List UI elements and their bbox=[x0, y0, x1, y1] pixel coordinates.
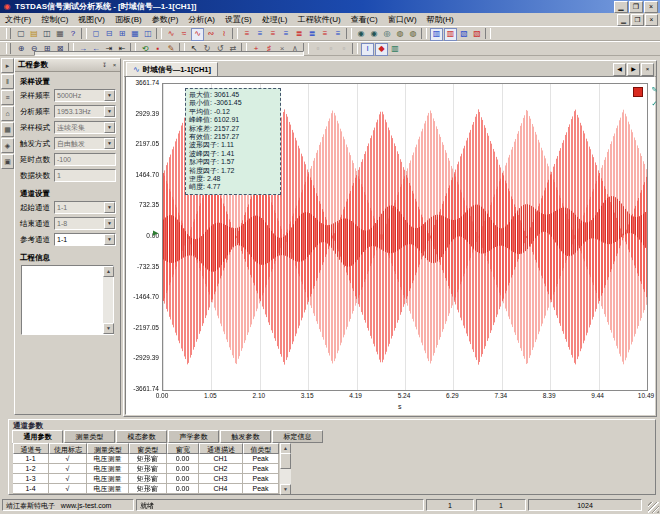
print-icon[interactable]: ▦ bbox=[54, 28, 66, 40]
param-select-0-3[interactable]: 自由触发▼ bbox=[54, 137, 116, 150]
tab-close-icon[interactable]: × bbox=[641, 63, 654, 76]
view-overlap-blue-icon[interactable]: ▧ bbox=[458, 28, 470, 40]
column-header[interactable]: 窗宽 bbox=[167, 443, 199, 454]
close-button[interactable]: × bbox=[644, 1, 658, 13]
mdi-restore-button[interactable]: ❐ bbox=[631, 14, 644, 26]
scroll-down-icon[interactable]: ▼ bbox=[103, 323, 114, 334]
tab-3[interactable]: 模态参数 bbox=[116, 430, 167, 443]
info-scrollbar[interactable]: ▲ ▼ bbox=[103, 266, 113, 334]
export-2-icon[interactable]: ◍ bbox=[407, 28, 419, 40]
tab-4[interactable]: 声学参数 bbox=[168, 430, 219, 443]
column-header[interactable]: 值类型 bbox=[243, 443, 279, 454]
view-signal-icon[interactable]: ▥ bbox=[430, 28, 443, 41]
table-row[interactable]: 1-4√电压测量矩形窗0.00CH4Peak bbox=[13, 484, 293, 494]
column-header[interactable]: 测量类型 bbox=[87, 443, 129, 454]
help-icon[interactable]: ? bbox=[67, 28, 79, 40]
toolbar-grip[interactable] bbox=[6, 28, 11, 39]
marker-b-icon[interactable]: ▫ bbox=[325, 43, 337, 55]
level-bars-icon[interactable]: ▥ bbox=[389, 43, 401, 55]
chart-check-icon[interactable]: ✓ bbox=[650, 99, 659, 108]
layout-tile-vertical-icon[interactable]: ⊞ bbox=[116, 28, 128, 40]
param-select-1-2[interactable]: 1-1▼ bbox=[54, 233, 116, 246]
param-input-0-4[interactable]: -100 bbox=[54, 153, 116, 166]
layout-overlay-icon[interactable]: ◫ bbox=[142, 28, 154, 40]
save-project-icon[interactable]: ◫ bbox=[41, 28, 53, 40]
param-select-0-1[interactable]: 1953.13Hz▼ bbox=[54, 105, 116, 118]
cursor-list-blue-2-icon[interactable]: ≡ bbox=[280, 28, 292, 40]
transfer-function-icon[interactable]: ∾ bbox=[205, 28, 217, 40]
mdi-minimize-button[interactable]: ▁ bbox=[617, 14, 630, 26]
marker-a-icon[interactable]: ▫ bbox=[312, 43, 324, 55]
position-slider[interactable] bbox=[34, 51, 304, 56]
menu-item-7[interactable]: 设置(S) bbox=[220, 15, 257, 24]
table-row[interactable]: 1-2√电压测量矩形窗0.00CH2Peak bbox=[13, 464, 293, 474]
param-select-0-2[interactable]: 连续采集▼ bbox=[54, 121, 116, 134]
menu-item-9[interactable]: 工程软件(U) bbox=[292, 15, 345, 24]
dock-panel-icon[interactable]: ▣ bbox=[1, 154, 14, 169]
maximize-button[interactable]: ❐ bbox=[629, 1, 643, 13]
menu-item-5[interactable]: 参数(P) bbox=[147, 15, 184, 24]
param-input-0-5[interactable]: 1 bbox=[54, 169, 116, 182]
dock-home-icon[interactable]: ⌂ bbox=[1, 106, 14, 121]
report-3-icon[interactable]: ◎ bbox=[381, 28, 393, 40]
dock-pause-icon[interactable]: ‖ bbox=[1, 74, 14, 89]
param-select-0-0[interactable]: 5000Hz▼ bbox=[54, 89, 116, 102]
project-info-textarea[interactable]: ▲ ▼ bbox=[21, 265, 114, 335]
tab-next-icon[interactable]: ▶ bbox=[627, 63, 640, 76]
chart-tab[interactable]: ∿ 时域信号—1-1[CH1] bbox=[126, 62, 218, 77]
menu-item-3[interactable]: 视图(V) bbox=[73, 15, 110, 24]
param-select-1-1[interactable]: 1-8▼ bbox=[54, 217, 116, 230]
report-2-icon[interactable]: ◉ bbox=[368, 28, 380, 40]
zoom-in-icon[interactable]: ⊕ bbox=[15, 43, 27, 55]
app-icon[interactable]: ◉ bbox=[2, 2, 12, 12]
cursor-list-red-2-icon[interactable]: ≡ bbox=[267, 28, 279, 40]
dock-grid-icon[interactable]: ▦ bbox=[1, 122, 14, 137]
tab-prev-icon[interactable]: ◀ bbox=[613, 63, 626, 76]
cross-spectrum-icon[interactable]: ≀ bbox=[218, 28, 230, 40]
view-record-icon[interactable]: ▥ bbox=[444, 28, 457, 41]
column-header[interactable]: 通道描述 bbox=[199, 443, 243, 454]
menu-item-12[interactable]: 帮助(H) bbox=[422, 15, 459, 24]
tab-1[interactable]: 通用参数 bbox=[12, 430, 63, 444]
cursor-list-blue-4-icon[interactable]: ≡ bbox=[332, 28, 344, 40]
dock-list-icon[interactable]: ≡ bbox=[1, 90, 14, 105]
menu-item-2[interactable]: 控制(C) bbox=[36, 15, 73, 24]
menu-item-1[interactable]: 文件(F) bbox=[0, 15, 36, 24]
menu-item-4[interactable]: 面板(B) bbox=[110, 15, 147, 24]
param-select-1-0[interactable]: 1-1▼ bbox=[54, 201, 116, 214]
selected-wave-icon[interactable]: ∿ bbox=[191, 28, 204, 41]
time-wave-icon[interactable]: ∿ bbox=[165, 28, 177, 40]
pin-icon[interactable]: ↧ bbox=[100, 61, 109, 70]
column-header[interactable]: 通道号 bbox=[13, 443, 49, 454]
layout-quad-icon[interactable]: ▦ bbox=[129, 28, 141, 40]
minimize-button[interactable]: ▁ bbox=[614, 1, 628, 13]
table-scrollbar[interactable]: ▲ ▼ bbox=[280, 443, 291, 495]
table-row[interactable]: 1-3√电压测量矩形窗0.00CH3Peak bbox=[13, 474, 293, 484]
dock-run-icon[interactable]: ▸ bbox=[1, 58, 14, 73]
table-row[interactable]: 1-1√电压测量矩形窗0.00CH1Peak bbox=[13, 454, 293, 464]
tab-6[interactable]: 标定信息 bbox=[272, 430, 323, 443]
column-header[interactable]: 窗类型 bbox=[129, 443, 167, 454]
report-1-icon[interactable]: ◉ bbox=[355, 28, 367, 40]
column-header[interactable]: 使用标志 bbox=[49, 443, 87, 454]
spectrum-wave-icon[interactable]: ≈ bbox=[178, 28, 190, 40]
tab-2[interactable]: 测量类型 bbox=[64, 430, 115, 443]
marker-c-icon[interactable]: ▫ bbox=[338, 43, 350, 55]
stats-box[interactable]: 最大值: 3061.45最小值: -3061.45平均值: -0.12峰峰值: … bbox=[185, 88, 281, 195]
scroll-up-icon[interactable]: ▲ bbox=[103, 266, 114, 277]
toolbar-grip[interactable] bbox=[6, 43, 11, 54]
menu-item-10[interactable]: 查看(C) bbox=[346, 15, 383, 24]
tab-5[interactable]: 触发参数 bbox=[220, 430, 271, 443]
i-beam-icon[interactable]: I bbox=[361, 43, 374, 56]
layout-single-window-icon[interactable]: ◻ bbox=[90, 28, 102, 40]
menu-item-11[interactable]: 窗口(W) bbox=[383, 15, 422, 24]
scroll-thumb[interactable] bbox=[280, 453, 291, 469]
view-overlap-red-icon[interactable]: ▧ bbox=[471, 28, 483, 40]
mdi-close-button[interactable]: × bbox=[645, 14, 658, 26]
cursor-list-blue-1-icon[interactable]: ≡ bbox=[254, 28, 266, 40]
close-icon[interactable]: × bbox=[110, 61, 119, 70]
diamond-marker-icon[interactable]: ◆ bbox=[375, 43, 388, 56]
export-1-icon[interactable]: ◍ bbox=[394, 28, 406, 40]
cursor-list-red-1-icon[interactable]: ≡ bbox=[241, 28, 253, 40]
layout-tile-horizontal-icon[interactable]: ⊟ bbox=[103, 28, 115, 40]
